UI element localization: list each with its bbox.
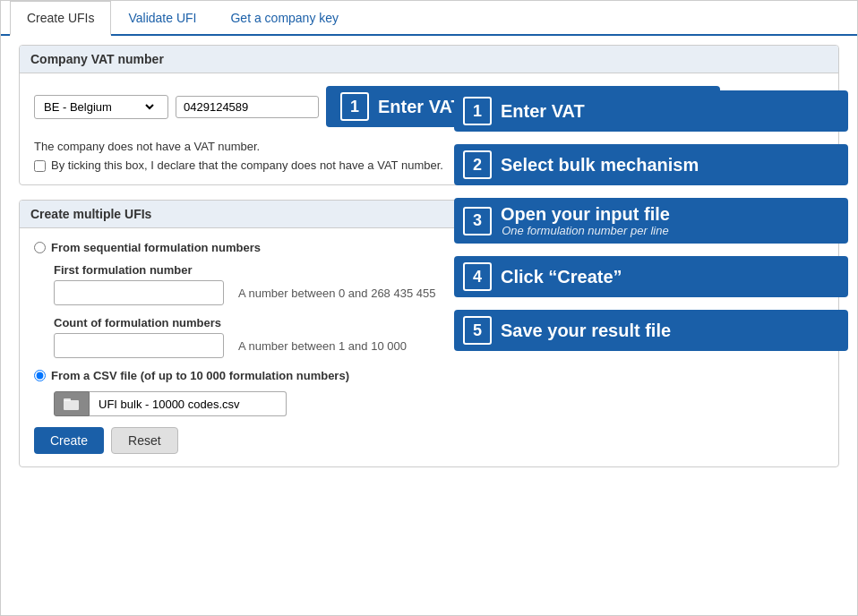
- step2-panel-label: Select bulk mechanism: [501, 155, 699, 175]
- tab-get-company-key[interactable]: Get a company key: [213, 1, 356, 36]
- step5-col: Save your result file: [501, 321, 671, 340]
- first-formulation-hint: A number between 0 and 268 435 455: [238, 287, 435, 300]
- step2-col: Select bulk mechanism: [501, 155, 699, 175]
- tab-create-ufis[interactable]: Create UFIs: [10, 1, 111, 36]
- radio-csv-text: From a CSV file (of up to 10 000 formula…: [51, 369, 349, 382]
- file-browse-button[interactable]: [54, 391, 90, 416]
- step3-panel-sub: One formulation number per line: [501, 224, 670, 237]
- radio-csv[interactable]: [34, 370, 46, 381]
- svg-rect-1: [64, 398, 71, 401]
- enter-vat-label: Enter VAT: [378, 97, 462, 117]
- step1-panel-badge: 1: [463, 97, 492, 125]
- country-dropdown[interactable]: BE - Belgium DE - Germany FR - France: [40, 99, 157, 115]
- create-button[interactable]: Create: [34, 427, 104, 454]
- step2-button[interactable]: 2 Select bulk mechanism: [454, 144, 848, 185]
- step5-panel-badge: 5: [463, 316, 492, 345]
- radio-sequential-text: From sequential formulation numbers: [51, 241, 261, 254]
- step4-panel-label: Click “Create”: [501, 267, 622, 287]
- vat-input[interactable]: [176, 96, 319, 118]
- step3-panel-label: Open your input file: [501, 204, 670, 224]
- radio-group-csv: From a CSV file (of up to 10 000 formula…: [34, 369, 824, 382]
- step1-badge: 1: [340, 92, 369, 121]
- step1-button[interactable]: 1 Enter VAT: [454, 90, 848, 132]
- file-row: UFI bulk - 10000 codes.csv: [54, 391, 824, 416]
- step3-col: Open your input file One formulation num…: [501, 204, 670, 237]
- country-select-wrapper[interactable]: BE - Belgium DE - Germany FR - France: [34, 95, 168, 119]
- radio-sequential[interactable]: [34, 242, 46, 253]
- vat-section-title: Company VAT number: [20, 46, 838, 73]
- folder-icon: [64, 398, 80, 410]
- file-name-display: UFI bulk - 10000 codes.csv: [90, 391, 287, 416]
- step1-col: Enter VAT: [501, 101, 585, 121]
- steps-panel: 1 Enter VAT 2 Select bulk mechanism 3 Op…: [454, 90, 848, 358]
- tab-bar: Create UFIs Validate UFI Get a company k…: [1, 1, 857, 36]
- reset-button[interactable]: Reset: [111, 427, 178, 454]
- step4-panel-badge: 4: [463, 262, 492, 291]
- count-input[interactable]: [54, 333, 224, 358]
- count-hint: A number between 1 and 10 000: [238, 339, 407, 353]
- step4-button[interactable]: 4 Click “Create”: [454, 256, 848, 297]
- step5-button[interactable]: 5 Save your result file: [454, 310, 848, 351]
- tab-validate-ufi[interactable]: Validate UFI: [111, 1, 213, 36]
- radio-csv-label[interactable]: From a CSV file (of up to 10 000 formula…: [34, 369, 824, 382]
- step4-col: Click “Create”: [501, 267, 622, 287]
- step5-panel-label: Save your result file: [501, 321, 671, 340]
- step3-button[interactable]: 3 Open your input file One formulation n…: [454, 198, 848, 244]
- step1-panel-label: Enter VAT: [501, 101, 585, 121]
- svg-rect-0: [64, 400, 79, 410]
- no-vat-checkbox-label: By ticking this box, I declare that the …: [51, 158, 443, 172]
- step3-panel-badge: 3: [463, 207, 492, 235]
- step2-panel-badge: 2: [463, 150, 492, 179]
- action-buttons: Create Reset: [34, 427, 824, 454]
- page-container: Create UFIs Validate UFI Get a company k…: [0, 0, 858, 616]
- no-vat-checkbox[interactable]: [34, 160, 46, 172]
- first-formulation-input[interactable]: [54, 280, 224, 305]
